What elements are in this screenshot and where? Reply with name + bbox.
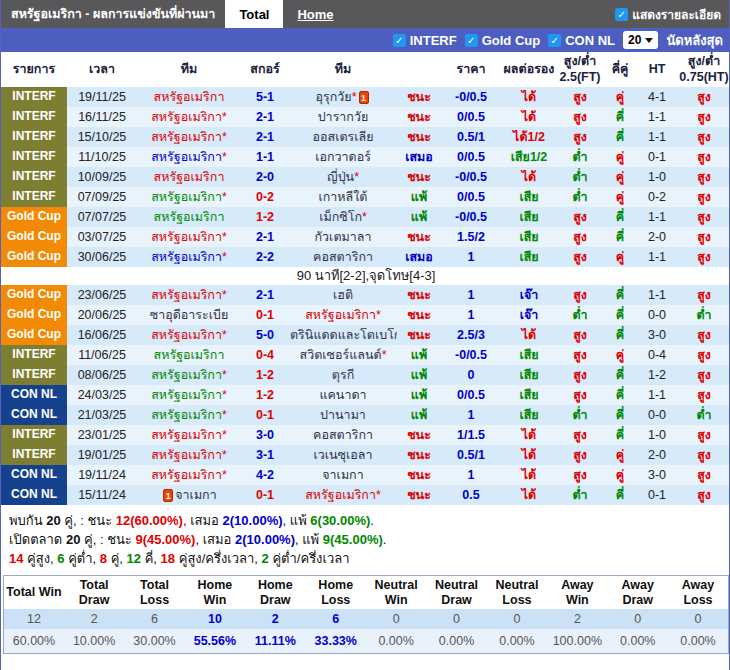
checkbox-checked-icon[interactable]: ✓ bbox=[393, 34, 406, 47]
match-date: 19/11/24 bbox=[67, 465, 137, 485]
price-cell: 0/0.5 bbox=[441, 147, 501, 167]
team2-name[interactable]: จาเมกา bbox=[289, 465, 397, 485]
stats-count-cell: 2 bbox=[245, 609, 305, 629]
match-row: INTERF10/09/25สหรัฐอเมริกา2-0ญี่ปุ่น*ชนะ… bbox=[1, 167, 730, 187]
team1-name[interactable]: สหรัฐอเมริกา bbox=[137, 167, 241, 187]
team1-name[interactable]: สหรัฐอเมริกา* bbox=[137, 247, 241, 267]
team2-name[interactable]: เม็กซิโก* bbox=[289, 207, 397, 227]
col-over-under-ft: สูง/ต่ำ 2.5(FT) bbox=[557, 52, 603, 87]
team1-name[interactable]: สหรัฐอเมริกา* bbox=[137, 405, 241, 425]
match-date: 07/07/25 bbox=[67, 207, 137, 227]
col-odd-even: คี่คู่ bbox=[603, 52, 637, 87]
team1-name[interactable]: ซาอุดีอาระเบีย bbox=[137, 305, 241, 325]
team2-name[interactable]: สหรัฐอเมริกา* bbox=[289, 485, 397, 505]
summary-segment: 14 bbox=[9, 551, 23, 566]
filter-con-nl[interactable]: ✓ CON NL bbox=[548, 33, 615, 48]
team1-name[interactable]: สหรัฐอเมริกา* bbox=[137, 385, 241, 405]
ht-score-cell: 1-2 bbox=[637, 365, 677, 385]
match-score: 2-1 bbox=[241, 227, 289, 247]
team1-name[interactable]: สหรัฐอเมริกา* bbox=[137, 107, 241, 127]
team2-name[interactable]: ออสเตรเลีย bbox=[289, 127, 397, 147]
odd-even-cell: คี่ bbox=[603, 285, 637, 305]
over-under-ft-cell: สูง bbox=[557, 227, 603, 247]
result-cell: เสมอ bbox=[397, 247, 441, 267]
team2-name[interactable]: เฮติ bbox=[289, 285, 397, 305]
summary-segment: 2 bbox=[262, 551, 269, 566]
recent-matches-select[interactable]: 20 bbox=[623, 31, 658, 49]
over-under-ft-cell: สูง bbox=[557, 207, 603, 227]
match-score: 4-2 bbox=[241, 465, 289, 485]
over-under-ht-cell: สูง bbox=[677, 247, 730, 267]
odd-even-cell: คู่ bbox=[603, 445, 637, 465]
filter-interf[interactable]: ✓ INTERF bbox=[393, 33, 457, 48]
team1-name[interactable]: สหรัฐอเมริกา* bbox=[137, 147, 241, 167]
handicap-result-cell: ได้ bbox=[501, 167, 557, 187]
show-details-label: แสดงรายละเอียด bbox=[632, 5, 721, 24]
match-row: INTERF19/01/25สหรัฐอเมริกา*3-1เวเนซุเอลา… bbox=[1, 445, 730, 465]
result-cell: ชนะ bbox=[397, 485, 441, 505]
stats-percent-cell: 10.00% bbox=[64, 629, 124, 654]
home-team-star: * bbox=[222, 190, 227, 204]
team2-name[interactable]: คอสตาริกา bbox=[289, 425, 397, 445]
team2-name[interactable]: สวิตเซอร์แลนด์* bbox=[289, 345, 397, 365]
match-score: 0-1 bbox=[241, 305, 289, 325]
checkbox-checked-icon[interactable]: ✓ bbox=[465, 34, 478, 47]
team1-name[interactable]: สหรัฐอเมริกา* bbox=[137, 227, 241, 247]
match-row: Gold Cup20/06/25ซาอุดีอาระเบีย0-1สหรัฐอเ… bbox=[1, 305, 730, 325]
match-date: 23/06/25 bbox=[67, 285, 137, 305]
match-row: INTERF07/09/25สหรัฐอเมริกา*0-2เกาหลีใต้แ… bbox=[1, 187, 730, 207]
stats-percent-cell: 33.33% bbox=[306, 629, 366, 654]
team1-name[interactable]: สหรัฐอเมริกา bbox=[137, 87, 241, 107]
checkbox-checked-icon[interactable]: ✓ bbox=[548, 34, 561, 47]
col-time: เวลา bbox=[67, 52, 137, 87]
team2-name[interactable]: ปารากวัย bbox=[289, 107, 397, 127]
team1-name[interactable]: สหรัฐอเมริกา* bbox=[137, 465, 241, 485]
team1-name[interactable]: 1จาเมกา bbox=[137, 485, 241, 505]
ht-score-cell: 1-1 bbox=[637, 285, 677, 305]
home-team-star: * bbox=[222, 428, 227, 442]
team1-name[interactable]: สหรัฐอเมริกา bbox=[137, 207, 241, 227]
team2-name[interactable]: ตรินิแดดและโตเบโก bbox=[289, 325, 397, 345]
summary-segment: . bbox=[383, 532, 387, 547]
team2-name[interactable]: เกาหลีใต้ bbox=[289, 187, 397, 207]
odd-even-cell: คี่ bbox=[603, 107, 637, 127]
team2-name[interactable]: กัวเตมาลา bbox=[289, 227, 397, 247]
stats-col-header: Away Draw bbox=[608, 576, 668, 609]
match-row: CON NL15/11/241จาเมกา0-1สหรัฐอเมริกา*ชนะ… bbox=[1, 485, 730, 505]
team1-name[interactable]: สหรัฐอเมริกา* bbox=[137, 285, 241, 305]
filter-gold-cup[interactable]: ✓ Gold Cup bbox=[465, 33, 541, 48]
stats-percent-cell: 100.00% bbox=[547, 629, 607, 654]
over-under-ft-cell: สูง bbox=[557, 127, 603, 147]
checkbox-checked-icon[interactable]: ✓ bbox=[615, 8, 628, 21]
team1-name[interactable]: สหรัฐอเมริกา* bbox=[137, 365, 241, 385]
col-team1: ทีม bbox=[137, 52, 241, 87]
price-cell: -0/0.5 bbox=[441, 87, 501, 107]
team1-name[interactable]: สหรัฐอเมริกา bbox=[137, 345, 241, 365]
team2-name[interactable]: แคนาดา bbox=[289, 385, 397, 405]
team2-name[interactable]: ญี่ปุ่น* bbox=[289, 167, 397, 187]
team1-name[interactable]: สหรัฐอเมริกา* bbox=[137, 127, 241, 147]
team1-name[interactable]: สหรัฐอเมริกา* bbox=[137, 445, 241, 465]
team1-name[interactable]: สหรัฐอเมริกา* bbox=[137, 325, 241, 345]
stats-count-cell: 0 bbox=[608, 609, 668, 629]
summary-segment: คู่สูง, bbox=[23, 551, 57, 566]
show-details-toggle[interactable]: ✓ แสดงรายละเอียด bbox=[615, 0, 729, 28]
team2-name[interactable]: สหรัฐอเมริกา* bbox=[289, 305, 397, 325]
team1-name[interactable]: สหรัฐอเมริกา* bbox=[137, 425, 241, 445]
ht-score-cell: 0-0 bbox=[637, 405, 677, 425]
odd-even-cell: คู่ bbox=[603, 345, 637, 365]
team2-name[interactable]: เวเนซุเอลา bbox=[289, 445, 397, 465]
team2-name[interactable]: เอกวาดอร์ bbox=[289, 147, 397, 167]
team2-name[interactable]: ปานามา bbox=[289, 405, 397, 425]
over-under-ht-cell: สูง bbox=[677, 107, 730, 127]
tab-home[interactable]: Home bbox=[283, 0, 347, 28]
tab-total[interactable]: Total bbox=[225, 0, 283, 28]
team2-name[interactable]: ตุรกี bbox=[289, 365, 397, 385]
home-team-star: * bbox=[222, 368, 227, 382]
price-cell: 1 bbox=[441, 285, 501, 305]
team2-name[interactable]: อุรุกวัย*1 bbox=[289, 87, 397, 107]
team2-name[interactable]: คอสตาริกา bbox=[289, 247, 397, 267]
team1-name[interactable]: สหรัฐอเมริกา* bbox=[137, 187, 241, 207]
handicap-result-cell: ได้ bbox=[501, 325, 557, 345]
price-cell: -0/0.5 bbox=[441, 207, 501, 227]
